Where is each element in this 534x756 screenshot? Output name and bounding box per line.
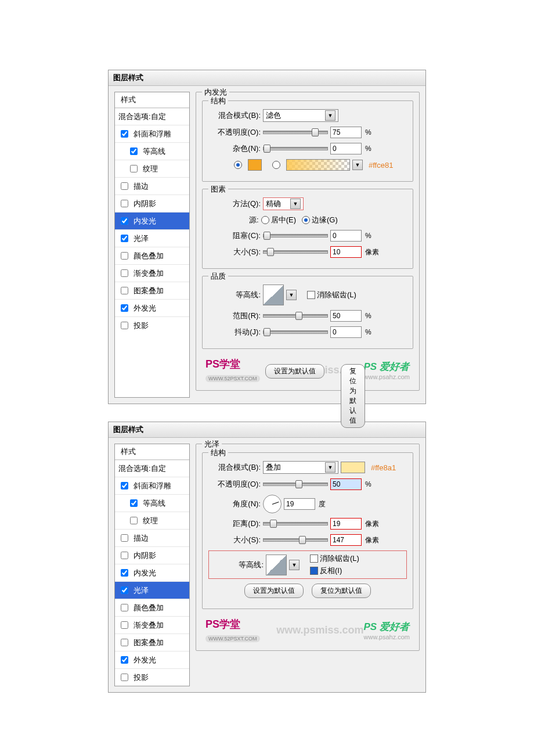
style-checkbox[interactable] bbox=[121, 235, 128, 242]
set-default-button[interactable]: 设置为默认值 bbox=[265, 364, 324, 379]
style-checkbox[interactable] bbox=[121, 586, 128, 594]
style-checkbox[interactable] bbox=[130, 517, 138, 524]
style-item-等高线[interactable]: 等高线 bbox=[115, 494, 189, 512]
angle-input[interactable]: 19 bbox=[284, 498, 315, 510]
set-default-button[interactable]: 设置为默认值 bbox=[244, 584, 304, 598]
style-checkbox[interactable] bbox=[121, 200, 128, 207]
style-checkbox[interactable] bbox=[121, 569, 128, 577]
distance-slider[interactable] bbox=[263, 522, 328, 525]
style-item-颜色叠加[interactable]: 颜色叠加 bbox=[115, 599, 189, 616]
style-item-颜色叠加[interactable]: 颜色叠加 bbox=[115, 247, 189, 264]
blend-mode-combo[interactable]: 滤色 ▼ bbox=[263, 109, 338, 122]
size-input[interactable]: 147 bbox=[330, 534, 362, 546]
style-checkbox[interactable] bbox=[121, 482, 128, 489]
gradient-swatch[interactable] bbox=[286, 159, 350, 171]
color-radio[interactable] bbox=[234, 161, 242, 169]
style-list-header: 样式 bbox=[115, 444, 189, 460]
style-item-label: 图案叠加 bbox=[134, 638, 164, 648]
antialias-checkbox[interactable]: 消除锯齿(L) bbox=[307, 290, 356, 300]
style-item-描边[interactable]: 描边 bbox=[115, 177, 189, 195]
noise-input[interactable]: 0 bbox=[330, 143, 362, 154]
style-item-图案叠加[interactable]: 图案叠加 bbox=[115, 282, 189, 299]
style-item-内发光[interactable]: 内发光 bbox=[115, 212, 189, 229]
style-checkbox[interactable] bbox=[121, 217, 128, 225]
source-center-radio[interactable]: 居中(E) bbox=[261, 215, 296, 225]
opacity-input[interactable]: 50 bbox=[330, 478, 362, 490]
style-checkbox[interactable] bbox=[121, 252, 128, 260]
style-checkbox[interactable] bbox=[130, 165, 138, 172]
source-edge-radio[interactable]: 边缘(G) bbox=[302, 215, 338, 225]
chevron-down-icon[interactable]: ▼ bbox=[286, 290, 297, 300]
style-checkbox[interactable] bbox=[121, 656, 128, 664]
size-slider[interactable] bbox=[263, 250, 328, 254]
style-checkbox[interactable] bbox=[130, 147, 138, 155]
style-item-斜面和浮雕[interactable]: 斜面和浮雕 bbox=[115, 477, 189, 494]
style-item-label: 外发光 bbox=[134, 303, 156, 314]
range-slider[interactable] bbox=[263, 314, 328, 318]
opacity-slider[interactable] bbox=[263, 483, 328, 486]
color-swatch[interactable] bbox=[341, 462, 365, 473]
blend-mode-combo[interactable]: 叠加 ▼ bbox=[263, 461, 338, 474]
chevron-down-icon[interactable]: ▼ bbox=[289, 560, 300, 570]
color-swatch[interactable] bbox=[248, 159, 262, 171]
style-item-纹理[interactable]: 纹理 bbox=[115, 512, 189, 529]
style-item-外发光[interactable]: 外发光 bbox=[115, 299, 189, 316]
style-item-label: 内阴影 bbox=[134, 550, 156, 561]
method-combo[interactable]: 精确 ▼ bbox=[263, 197, 304, 210]
inner-glow-group: 内发光 结构 混合模式(B): 滤色 ▼ 不透明度(O): 75 bbox=[196, 92, 420, 391]
angle-dial[interactable] bbox=[263, 495, 282, 513]
antialias-checkbox[interactable]: 消除锯齿(L) bbox=[310, 553, 359, 564]
style-item-图案叠加[interactable]: 图案叠加 bbox=[115, 633, 189, 651]
color-hex: #ffce81 bbox=[369, 161, 393, 170]
choke-input[interactable]: 0 bbox=[330, 230, 362, 242]
choke-slider[interactable] bbox=[263, 234, 328, 237]
opacity-input[interactable]: 75 bbox=[330, 127, 362, 138]
style-item-光泽[interactable]: 光泽 bbox=[115, 229, 189, 247]
style-item-内发光[interactable]: 内发光 bbox=[115, 564, 189, 581]
blend-options[interactable]: 混合选项:自定 bbox=[115, 108, 189, 125]
style-checkbox[interactable] bbox=[121, 322, 128, 329]
style-checkbox[interactable] bbox=[121, 269, 128, 277]
contour-picker[interactable] bbox=[263, 285, 284, 305]
style-checkbox[interactable] bbox=[121, 130, 128, 138]
style-item-外发光[interactable]: 外发光 bbox=[115, 651, 189, 668]
chevron-down-icon[interactable]: ▼ bbox=[352, 160, 363, 170]
style-item-等高线[interactable]: 等高线 bbox=[115, 142, 189, 160]
style-item-渐变叠加[interactable]: 渐变叠加 bbox=[115, 264, 189, 282]
style-item-投影[interactable]: 投影 bbox=[115, 668, 189, 686]
jitter-input[interactable]: 0 bbox=[330, 326, 362, 338]
style-item-投影[interactable]: 投影 bbox=[115, 316, 189, 334]
dialog-title: 图层样式 bbox=[109, 70, 425, 86]
invert-checkbox[interactable]: 反相(I) bbox=[310, 566, 359, 576]
style-checkbox[interactable] bbox=[121, 604, 128, 611]
reset-default-button[interactable]: 复位为默认值 bbox=[312, 584, 371, 598]
style-item-斜面和浮雕[interactable]: 斜面和浮雕 bbox=[115, 125, 189, 142]
style-checkbox[interactable] bbox=[121, 552, 128, 559]
style-checkbox[interactable] bbox=[121, 621, 128, 629]
style-checkbox[interactable] bbox=[121, 287, 128, 294]
style-checkbox[interactable] bbox=[121, 534, 128, 542]
distance-input[interactable]: 19 bbox=[330, 518, 362, 530]
contour-picker[interactable] bbox=[266, 555, 287, 575]
style-checkbox[interactable] bbox=[121, 639, 128, 646]
size-input[interactable]: 10 bbox=[330, 246, 362, 258]
opacity-slider[interactable] bbox=[263, 131, 328, 134]
style-checkbox[interactable] bbox=[121, 182, 128, 190]
style-item-纹理[interactable]: 纹理 bbox=[115, 160, 189, 177]
blend-options[interactable]: 混合选项:自定 bbox=[115, 460, 189, 477]
gradient-radio[interactable] bbox=[272, 161, 280, 169]
style-item-label: 内阴影 bbox=[134, 199, 156, 209]
noise-slider[interactable] bbox=[263, 147, 328, 150]
reset-default-button[interactable]: 复位为默认值 bbox=[341, 364, 365, 428]
style-item-光泽[interactable]: 光泽 bbox=[115, 581, 189, 599]
style-item-渐变叠加[interactable]: 渐变叠加 bbox=[115, 616, 189, 633]
style-item-内阴影[interactable]: 内阴影 bbox=[115, 546, 189, 564]
style-checkbox[interactable] bbox=[130, 499, 138, 507]
range-input[interactable]: 50 bbox=[330, 310, 362, 322]
style-checkbox[interactable] bbox=[121, 304, 128, 312]
style-checkbox[interactable] bbox=[121, 674, 128, 681]
style-item-内阴影[interactable]: 内阴影 bbox=[115, 195, 189, 212]
style-item-描边[interactable]: 描边 bbox=[115, 529, 189, 546]
jitter-slider[interactable] bbox=[263, 330, 328, 334]
size-slider[interactable] bbox=[263, 538, 328, 542]
